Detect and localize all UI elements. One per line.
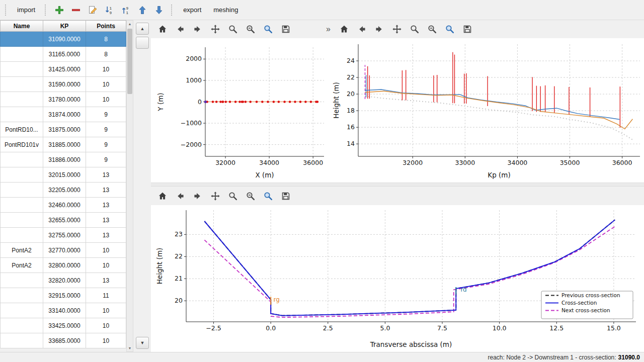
forward-icon[interactable] <box>373 23 386 36</box>
points-cell[interactable]: 13 <box>86 273 126 288</box>
points-cell[interactable]: 9 <box>86 152 126 167</box>
points-cell[interactable]: 13 <box>86 167 126 183</box>
name-cell[interactable]: PontA2 <box>1 243 43 258</box>
name-cell[interactable] <box>1 198 43 213</box>
name-cell[interactable] <box>1 77 43 92</box>
points-cell[interactable]: 13 <box>86 198 126 213</box>
points-cell[interactable]: 10 <box>86 303 126 318</box>
edit-icon[interactable] <box>86 3 100 17</box>
kp-cell[interactable]: 31875.0000 <box>43 122 86 137</box>
name-cell[interactable] <box>1 303 43 318</box>
name-cell[interactable] <box>1 273 43 288</box>
table-row[interactable]: 33685.000010 <box>1 333 126 348</box>
plan-view-chart[interactable]: 320003400036000−2000−1000010002000X (m)Y… <box>151 38 332 183</box>
export-button[interactable]: export <box>179 4 206 16</box>
table-row[interactable]: 32460.000013 <box>1 198 126 213</box>
table-scrollbar-thumb[interactable] <box>127 29 132 94</box>
name-cell[interactable] <box>1 32 43 47</box>
zoom-fit-icon[interactable] <box>244 23 257 36</box>
zoom-icon[interactable] <box>408 23 421 36</box>
move-down-icon[interactable] <box>152 3 166 17</box>
kp-cell[interactable]: 31886.0000 <box>43 152 86 167</box>
kp-cell[interactable]: 31425.0000 <box>43 62 86 77</box>
kp-cell[interactable]: 32655.0000 <box>43 213 86 228</box>
table-row[interactable]: 33140.000010 <box>1 303 126 318</box>
table-row[interactable]: 32915.000011 <box>1 288 126 303</box>
points-cell[interactable]: 9 <box>86 137 126 152</box>
kp-cell[interactable]: 33425.0000 <box>43 318 86 333</box>
points-cell[interactable]: 13 <box>86 183 126 198</box>
toolbar-overflow-icon[interactable]: » <box>326 25 331 34</box>
horizontal-splitter[interactable] <box>151 183 644 187</box>
points-cell[interactable]: 10 <box>86 77 126 92</box>
name-cell[interactable] <box>1 62 43 77</box>
points-cell[interactable]: 9 <box>86 107 126 122</box>
name-cell[interactable] <box>1 288 43 303</box>
zoom-window-icon[interactable] <box>262 190 275 203</box>
column-header-points[interactable]: Points <box>86 21 126 32</box>
points-cell[interactable]: 13 <box>86 228 126 243</box>
name-cell[interactable] <box>1 333 43 348</box>
zoom-icon[interactable] <box>226 23 239 36</box>
table-row[interactable]: PontA232770.000010 <box>1 243 126 258</box>
long-profile-chart[interactable]: 3200033000340003500036000141618202224Kp … <box>332 38 644 183</box>
table-row[interactable]: PontA232800.000010 <box>1 258 126 273</box>
panel-scrollbar-thumb[interactable] <box>136 37 149 49</box>
table-row[interactable]: 31780.000010 <box>1 92 126 107</box>
table-row[interactable]: PontRD10...31875.00009 <box>1 122 126 137</box>
table-row[interactable]: 32755.000013 <box>1 228 126 243</box>
table-row[interactable]: 31874.00009 <box>1 107 126 122</box>
kp-cell[interactable]: 31780.0000 <box>43 92 86 107</box>
cross-section-chart[interactable]: −2.50.02.55.07.510.012.515.020212223Tran… <box>151 205 644 352</box>
meshing-button[interactable]: meshing <box>209 4 243 16</box>
table-row[interactable]: 33425.000010 <box>1 318 126 333</box>
kp-cell[interactable]: 32820.0000 <box>43 273 86 288</box>
table-row[interactable]: 31590.000010 <box>1 77 126 92</box>
name-cell[interactable] <box>1 318 43 333</box>
points-cell[interactable]: 9 <box>86 122 126 137</box>
pan-icon[interactable] <box>209 190 222 203</box>
move-up-icon[interactable] <box>135 3 149 17</box>
table-row[interactable]: 32655.000013 <box>1 213 126 228</box>
pan-icon[interactable] <box>209 23 222 36</box>
name-cell[interactable]: PontRD10... <box>1 122 43 137</box>
remove-icon[interactable] <box>69 3 83 17</box>
name-cell[interactable] <box>1 183 43 198</box>
name-cell[interactable] <box>1 47 43 62</box>
pan-icon[interactable] <box>390 23 404 36</box>
table-row[interactable]: 31090.00008 <box>1 32 126 47</box>
name-cell[interactable] <box>1 152 43 167</box>
scrollbar-down-arrow-icon[interactable]: ▼ <box>127 345 133 351</box>
zoom-window-icon[interactable] <box>443 23 456 36</box>
name-cell[interactable]: PontRD101v <box>1 137 43 152</box>
home-icon[interactable] <box>338 23 351 36</box>
points-cell[interactable]: 8 <box>86 47 126 62</box>
zoom-icon[interactable] <box>226 190 239 203</box>
scrollbar-up-arrow-icon[interactable]: ▲ <box>127 21 133 27</box>
name-cell[interactable] <box>1 228 43 243</box>
kp-cell[interactable]: 32915.0000 <box>43 288 86 303</box>
column-header-name[interactable]: Name <box>1 21 43 32</box>
table-row[interactable]: PontRD101v31885.00009 <box>1 137 126 152</box>
kp-cell[interactable]: 32205.0000 <box>43 183 86 198</box>
zoom-window-icon[interactable] <box>262 23 275 36</box>
sort-descending-icon[interactable]: 91 <box>119 3 133 17</box>
import-button[interactable]: import <box>13 4 40 16</box>
points-cell[interactable]: 10 <box>86 318 126 333</box>
name-cell[interactable]: PontA2 <box>1 258 43 273</box>
back-icon[interactable] <box>355 23 368 36</box>
forward-icon[interactable] <box>191 23 204 36</box>
kp-cell[interactable]: 32460.0000 <box>43 198 86 213</box>
kp-cell[interactable]: 32755.0000 <box>43 228 86 243</box>
scroll-up-button[interactable]: ▲ <box>136 23 149 35</box>
kp-cell[interactable]: 31885.0000 <box>43 137 86 152</box>
back-icon[interactable] <box>174 23 187 36</box>
zoom-fit-icon[interactable] <box>426 23 439 36</box>
name-cell[interactable] <box>1 213 43 228</box>
kp-cell[interactable]: 33685.0000 <box>43 333 86 348</box>
save-icon[interactable] <box>279 23 292 36</box>
table-row[interactable]: 32205.000013 <box>1 183 126 198</box>
kp-cell[interactable]: 31874.0000 <box>43 107 86 122</box>
points-cell[interactable]: 10 <box>86 62 126 77</box>
name-cell[interactable] <box>1 167 43 183</box>
